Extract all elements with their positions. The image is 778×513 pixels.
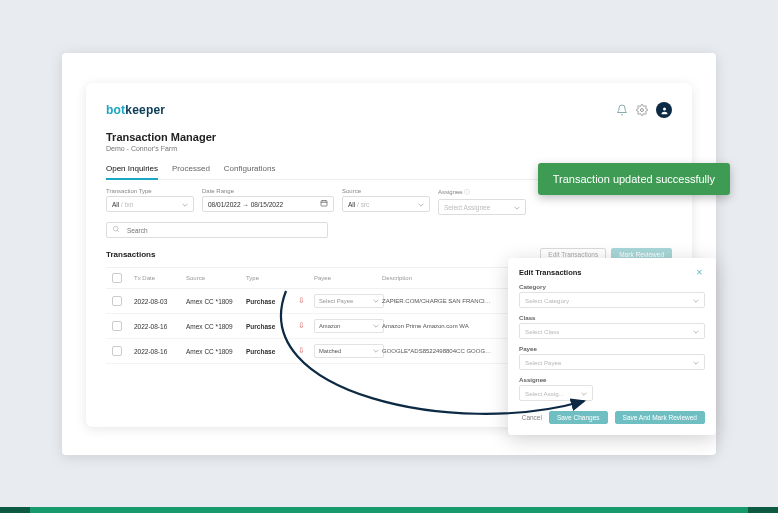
page-subtitle: Demo - Connor's Farm: [106, 145, 672, 152]
tab-processed[interactable]: Processed: [172, 160, 210, 179]
bell-icon[interactable]: [616, 104, 628, 116]
filter-source[interactable]: All / src: [342, 196, 430, 212]
topbar-actions: [616, 102, 672, 118]
row-checkbox[interactable]: [112, 296, 122, 306]
filter-assignee[interactable]: Select Assignee: [438, 199, 526, 215]
panel-title: Edit Transactions: [519, 268, 582, 277]
app-window: botkeeper Transaction Manager Demo - Con…: [62, 53, 716, 455]
brand-logo: botkeeper: [106, 103, 165, 117]
topbar: botkeeper: [106, 101, 672, 119]
payee-select[interactable]: Matched: [314, 344, 384, 358]
search-icon: [112, 225, 120, 235]
tab-open-inquiries[interactable]: Open Inquiries: [106, 160, 158, 180]
row-checkbox[interactable]: [112, 321, 122, 331]
page-title: Transaction Manager: [106, 131, 672, 143]
filter-date-range[interactable]: 08/01/2022 → 08/15/2022: [202, 196, 334, 212]
close-icon[interactable]: ✕: [694, 268, 705, 277]
chevron-down-icon: [182, 201, 188, 207]
page-footer-stripe: [0, 507, 778, 513]
expense-icon: ⇩: [298, 297, 310, 305]
save-mark-reviewed-button[interactable]: Save And Mark Reviewed: [615, 411, 705, 424]
tab-configurations[interactable]: Configurations: [224, 160, 276, 179]
row-checkbox[interactable]: [112, 346, 122, 356]
chevron-down-icon: [418, 201, 424, 207]
panel-payee-select[interactable]: Select Payee: [519, 354, 705, 370]
panel-assignee-select[interactable]: Select Assig...: [519, 385, 593, 401]
save-changes-button[interactable]: Save Changes: [549, 411, 608, 424]
payee-select[interactable]: Select Payee: [314, 294, 384, 308]
svg-point-3: [113, 226, 118, 231]
calendar-icon: [320, 199, 328, 209]
select-all-checkbox[interactable]: [112, 273, 122, 283]
panel-category-select[interactable]: Select Category: [519, 292, 705, 308]
expense-icon: ⇩: [298, 347, 310, 355]
filter-source-label: Source: [342, 188, 430, 194]
panel-class-select[interactable]: Select Class: [519, 323, 705, 339]
chevron-down-icon: [514, 204, 520, 210]
svg-rect-2: [321, 201, 327, 206]
success-toast: Transaction updated successfully: [538, 163, 730, 195]
svg-point-0: [641, 109, 644, 112]
edit-transactions-panel: Edit Transactions ✕ Category Select Cate…: [508, 258, 716, 435]
filter-assignee-label: Assignee ⓘ: [438, 188, 526, 197]
search-box[interactable]: [106, 222, 328, 238]
expense-icon: ⇩: [298, 322, 310, 330]
gear-icon[interactable]: [636, 104, 648, 116]
filter-txn-type-label: Transaction Type: [106, 188, 194, 194]
app-frame: botkeeper Transaction Manager Demo - Con…: [86, 83, 692, 427]
search-input[interactable]: [125, 226, 322, 235]
user-avatar[interactable]: [656, 102, 672, 118]
svg-point-1: [663, 107, 666, 110]
cancel-button[interactable]: Cancel: [522, 414, 542, 421]
payee-select[interactable]: Amazon: [314, 319, 384, 333]
filter-txn-type[interactable]: All / txn: [106, 196, 194, 212]
filter-date-range-label: Date Range: [202, 188, 334, 194]
section-title: Transactions: [106, 250, 155, 259]
info-icon: ⓘ: [464, 189, 470, 195]
